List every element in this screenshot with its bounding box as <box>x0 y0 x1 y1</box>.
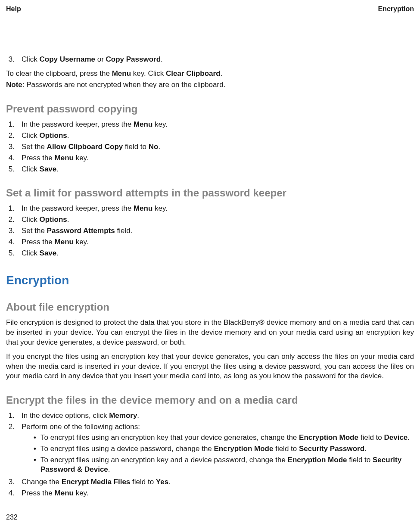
bold-text: Encryption Mode <box>214 445 274 453</box>
step-4: 4.Press the Menu key. <box>6 237 414 247</box>
header-left: Help <box>6 4 21 14</box>
bullet-item: To encrypt files using an encryption key… <box>34 455 414 475</box>
text: . <box>137 411 139 420</box>
document-page: Help Encryption 3. Click Copy Username o… <box>0 0 420 529</box>
text: Press the <box>22 238 55 246</box>
text: key. Click <box>131 69 166 78</box>
text: . <box>56 249 59 257</box>
text: . <box>161 55 163 63</box>
text: field to <box>123 143 149 151</box>
step-5: 5.Click Save. <box>6 165 414 174</box>
text: . <box>108 465 110 473</box>
bold-text: Options <box>40 215 67 224</box>
step-text: Click Save. <box>22 249 414 258</box>
bullet-item: To encrypt files using a device password… <box>34 444 414 454</box>
step-4: 4.Press the Menu key. <box>6 489 414 498</box>
step-2: 2.Click Options. <box>6 131 414 141</box>
step-number: 3. <box>6 142 15 152</box>
about-encryption-p2: If you encrypt the files using an encryp… <box>6 352 414 382</box>
text: In the password keeper, press the <box>22 204 134 212</box>
text: key. <box>74 489 89 497</box>
step-number: 4. <box>6 153 15 163</box>
step-text: In the password keeper, press the Menu k… <box>22 204 414 214</box>
text: To clear the clipboard, press the <box>6 69 112 78</box>
text: key. <box>152 204 168 212</box>
heading-encrypt-files: Encrypt the files in the device memory a… <box>6 393 414 407</box>
bold-text: Save <box>40 165 57 173</box>
bold-text: Device <box>384 433 408 442</box>
step-5: 5.Click Save. <box>6 249 414 258</box>
text: To encrypt files using a device password… <box>40 445 214 453</box>
step-text: Click Options. <box>22 131 414 141</box>
bold-text: Allow Clipboard Copy <box>47 143 123 151</box>
text: Press the <box>22 489 55 497</box>
bold-text: Encryption Mode <box>299 433 358 442</box>
step-text: Change the Encrypt Media Files field to … <box>22 477 414 487</box>
bold-text: Menu <box>134 120 152 128</box>
bold-text: No <box>149 143 159 151</box>
bold-text: Copy Username <box>40 55 95 63</box>
bold-text: Menu <box>55 489 74 497</box>
text: Click <box>22 131 40 140</box>
bold-text: Yes <box>156 478 168 486</box>
text: Change the <box>22 478 62 486</box>
bold-text: Clear Clipboard <box>166 69 221 78</box>
step-text: Press the Menu key. <box>22 489 414 498</box>
steps-encrypt-files: 1.In the device options, click Memory. 2… <box>6 411 414 499</box>
bold-text: Menu <box>134 204 152 212</box>
step-text: Click Copy Username or Copy Password. <box>22 55 414 65</box>
text: Click <box>22 165 40 173</box>
bold-text: Security Password <box>299 445 364 453</box>
text: . <box>158 143 160 151</box>
bold-text: Save <box>40 249 57 257</box>
text: . <box>364 445 367 453</box>
step-1: 1.In the device options, click Memory. <box>6 411 414 421</box>
text: . <box>67 131 69 140</box>
text: Click <box>22 215 40 224</box>
step-number: 2. <box>6 422 15 476</box>
bold-text: Memory <box>109 411 137 420</box>
heading-prevent-copying: Prevent password copying <box>6 102 414 116</box>
about-encryption-p1: File encryption is designed to protect t… <box>6 318 414 348</box>
text: Click <box>22 55 40 63</box>
step-3: 3.Change the Encrypt Media Files field t… <box>6 477 414 487</box>
step-number: 4. <box>6 237 15 247</box>
bullet-text: To encrypt files using an encryption key… <box>40 455 414 475</box>
header-right: Encryption <box>378 4 414 14</box>
step-number: 3. <box>6 477 15 487</box>
step-1: 1.In the password keeper, press the Menu… <box>6 120 414 130</box>
step-text: Click Options. <box>22 215 414 225</box>
steps-prevent: 1.In the password keeper, press the Menu… <box>6 120 414 174</box>
text: field to <box>347 456 373 464</box>
step-text: In the device options, click Memory. <box>22 411 414 421</box>
step-number: 5. <box>6 249 15 258</box>
bold-text: Copy Password <box>106 55 161 63</box>
step-1: 1.In the password keeper, press the Menu… <box>6 204 414 214</box>
text: In the device options, click <box>22 411 109 420</box>
step-2: 2.Click Options. <box>6 215 414 225</box>
text: field to <box>358 433 384 442</box>
text: field. <box>115 227 133 235</box>
clipboard-clear: To clear the clipboard, press the Menu k… <box>6 69 414 79</box>
step-text: Set the Allow Clipboard Copy field to No… <box>22 142 414 152</box>
text: . <box>67 215 69 224</box>
step-number: 3. <box>6 55 15 65</box>
heading-about-file-encryption: About file encryption <box>6 300 414 314</box>
page-number: 232 <box>6 513 18 522</box>
heading-encryption: Encryption <box>6 272 414 289</box>
text: Set the <box>22 227 47 235</box>
step-text: In the password keeper, press the Menu k… <box>22 120 414 130</box>
text: key. <box>74 154 89 162</box>
step-text: Press the Menu key. <box>22 153 414 163</box>
step-number: 2. <box>6 215 15 225</box>
step-4: 4.Press the Menu key. <box>6 153 414 163</box>
note-label: Note <box>6 81 22 89</box>
text: . <box>56 165 59 173</box>
steps-continuation: 3. Click Copy Username or Copy Password. <box>6 55 414 65</box>
bold-text: Menu <box>112 69 131 78</box>
step-3: 3. Click Copy Username or Copy Password. <box>6 55 414 65</box>
text: or <box>95 55 106 63</box>
step-number: 1. <box>6 120 15 130</box>
steps-limit: 1.In the password keeper, press the Menu… <box>6 204 414 258</box>
bold-text: Encryption Mode <box>288 456 347 464</box>
